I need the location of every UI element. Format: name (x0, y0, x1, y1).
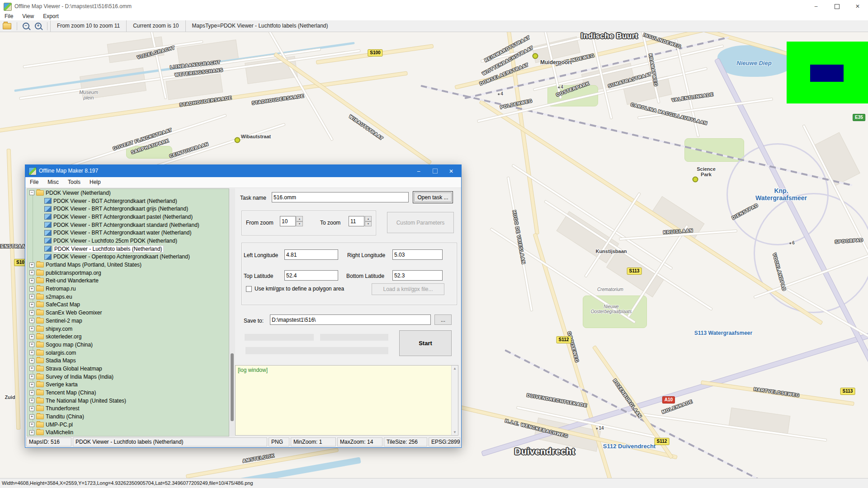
expand-icon[interactable]: + (29, 263, 34, 267)
menu-view[interactable]: View (18, 13, 38, 20)
expand-icon[interactable]: + (29, 342, 34, 347)
log-scrollbar[interactable]: ▲ ▼ (451, 366, 458, 435)
tree-folder-portland-maps-portland-united-states[interactable]: +Portland Maps (Portland, United States) (27, 261, 229, 269)
junction-dot (558, 87, 560, 89)
expand-icon[interactable]: + (29, 422, 34, 427)
collapse-icon[interactable]: − (29, 190, 34, 195)
tree-item-luchtfoto-labels-netherland[interactable]: PDOK Viewer - Luchtfoto labels (Netherla… (27, 245, 229, 253)
tree-folder-thunderforest[interactable]: +Thunderforest (27, 405, 229, 413)
toolbar-separator (47, 22, 47, 30)
scroll-down-icon[interactable]: ▼ (452, 430, 458, 434)
tree-folder-publictransportmap-org[interactable]: +publictransportmap.org (27, 269, 229, 277)
minimize-button[interactable]: – (806, 0, 826, 13)
kml-polygon-label: Use kml/gpx to define a polygon area (255, 286, 344, 292)
tree-folder-sentinel-2-map[interactable]: +Sentinel-2 map (27, 317, 229, 325)
bottom-latitude-input[interactable] (392, 270, 443, 281)
dialog-menu-tools[interactable]: Tools (63, 177, 85, 188)
close-button[interactable]: ✕ (847, 0, 868, 13)
tree-folder-sverige-karta[interactable]: +Sverige karta (27, 381, 229, 389)
expand-icon[interactable]: + (29, 318, 34, 323)
menu-export[interactable]: Export (38, 13, 63, 20)
dialog-menu-misc[interactable]: Misc (43, 177, 63, 188)
spin-down-icon[interactable]: ▼ (296, 221, 303, 227)
tree-folder-solargis-com[interactable]: +solargis.com (27, 349, 229, 357)
tree-folder-skoterleder-org[interactable]: +skoterleder.org (27, 333, 229, 341)
tree-folder-the-national-map-united-states[interactable]: +The National Map (United States) (27, 397, 229, 405)
expand-icon[interactable]: + (29, 270, 34, 275)
kml-polygon-checkbox[interactable] (246, 286, 252, 292)
expand-icon[interactable]: + (29, 286, 34, 291)
expand-icon[interactable]: + (29, 358, 34, 363)
tree-item-brt-achtergrondkaart-standard-netherland[interactable]: PDOK Viewer - BRT Achtergrondkaart stand… (27, 221, 229, 229)
expand-icon[interactable]: + (29, 430, 34, 435)
menu-file[interactable]: File (0, 13, 18, 20)
open-task-button[interactable]: Open task ... (413, 191, 453, 203)
tree-scrollbar[interactable] (229, 188, 235, 436)
station-dot (235, 137, 241, 143)
tree-folder-sogou-map-china[interactable]: +Sogou map (China) (27, 341, 229, 349)
dialog-close-button[interactable]: ✕ (443, 165, 459, 177)
browse-button[interactable]: ... (434, 314, 452, 325)
tree-folder-tianditu-china[interactable]: +Tianditu (China) (27, 413, 229, 421)
dialog-minimize-button[interactable]: – (410, 165, 427, 177)
tree-item-brt-achtergrondkaart-pastel-netherland[interactable]: PDOK Viewer - BRT Achtergrondkaart paste… (27, 213, 229, 221)
tree-item-bgt-achtergrondkaart-netherland[interactable]: PDOK Viewer - BGT Achtergrondkaart (Neth… (27, 197, 229, 205)
tree-item-brt-achtergrondkaart-grijs-netherland[interactable]: PDOK Viewer - BRT Achtergrondkaart grijs… (27, 205, 229, 213)
tree-folder-scanex-web-geomixer[interactable]: +ScanEx Web Geomixer (27, 309, 229, 317)
tree-item-opentopo-achtergrondkaart-netherland[interactable]: PDOK Viewer - Opentopo Achtergrondkaart … (27, 253, 229, 261)
custom-parameters-button[interactable]: Custom Parameters (387, 212, 454, 233)
load-kml-button[interactable]: Load a kml/gpx file... (372, 283, 444, 295)
expand-icon[interactable]: + (29, 398, 34, 403)
task-name-input[interactable] (272, 192, 409, 202)
tree-item-luchtfoto-25cm-pdok-netherland[interactable]: PDOK Viewer - Luchtfoto 25cm PDOK (Nethe… (27, 237, 229, 245)
spin-down-icon[interactable]: ▼ (365, 221, 372, 227)
tree-folder-ump-pc-pl[interactable]: +UMP-PC.pl (27, 421, 229, 429)
left-longitude-input[interactable] (284, 249, 338, 260)
tree-folder-tencent-map-china[interactable]: +Tencent Map (China) (27, 389, 229, 397)
expand-icon[interactable]: + (29, 414, 34, 419)
to-zoom-input[interactable] (349, 216, 364, 226)
spin-up-icon[interactable]: ▲ (365, 216, 372, 221)
tree-folder-s2maps-eu[interactable]: +s2maps.eu (27, 293, 229, 301)
tree-item-label: PDOK Viewer - Opentopo Achtergrondkaart … (53, 253, 190, 260)
tree-folder-retromap-ru[interactable]: +Retromap.ru (27, 285, 229, 293)
top-latitude-input[interactable] (284, 270, 338, 281)
expand-icon[interactable]: + (29, 374, 34, 379)
expand-icon[interactable]: + (29, 278, 34, 283)
expand-icon[interactable]: + (29, 390, 34, 395)
open-folder-icon[interactable] (3, 23, 11, 29)
tree-item-brt-achtergrondkaart-water-netherland[interactable]: PDOK Viewer - BRT Achtergrondkaart water… (27, 229, 229, 237)
to-zoom-spinner[interactable]: ▲▼ (365, 216, 372, 226)
dialog-maximize-button[interactable] (427, 165, 443, 177)
expand-icon[interactable]: + (29, 382, 34, 387)
tree-folder-survey-of-india-maps-india[interactable]: +Survey of India Maps (India) (27, 373, 229, 381)
from-zoom-spinner[interactable]: ▲▼ (296, 216, 303, 226)
zoom-out-icon[interactable]: − (23, 23, 29, 29)
scroll-up-icon[interactable]: ▲ (452, 366, 458, 371)
expand-icon[interactable]: + (29, 326, 34, 331)
maximize-button[interactable] (826, 0, 847, 13)
tree-root-pdok-viewer[interactable]: −PDOK Viewer (Netherland) (27, 189, 229, 197)
spin-up-icon[interactable]: ▲ (296, 216, 303, 221)
zoom-in-icon[interactable]: + (35, 23, 42, 29)
tree-folder-viamichelin[interactable]: +ViaMichelin (27, 429, 229, 436)
expand-icon[interactable]: + (29, 350, 34, 355)
tree-scrollbar-thumb[interactable] (231, 353, 234, 421)
from-zoom-input[interactable] (280, 216, 296, 226)
tree-folder-shipxy-com[interactable]: +shipxy.com (27, 325, 229, 333)
tree-folder-stadia-maps[interactable]: +Stadia Maps (27, 357, 229, 365)
expand-icon[interactable]: + (29, 310, 34, 315)
tree-folder-strava-global-heatmap[interactable]: +Strava Global Heatmap (27, 365, 229, 373)
expand-icon[interactable]: + (29, 406, 34, 411)
save-to-input[interactable] (270, 314, 431, 325)
dialog-menu-help[interactable]: Help (85, 177, 105, 188)
dialog-menu-file[interactable]: File (25, 177, 43, 188)
tree-folder-safecast-map[interactable]: +SafeCast Map (27, 301, 229, 309)
right-longitude-input[interactable] (392, 249, 443, 260)
start-button[interactable]: Start (399, 330, 452, 356)
tree-folder-reit-und-wanderkarte[interactable]: +Reit-und Wanderkarte (27, 277, 229, 285)
expand-icon[interactable]: + (29, 294, 34, 299)
expand-icon[interactable]: + (29, 334, 34, 339)
expand-icon[interactable]: + (29, 366, 34, 371)
expand-icon[interactable]: + (29, 302, 34, 307)
